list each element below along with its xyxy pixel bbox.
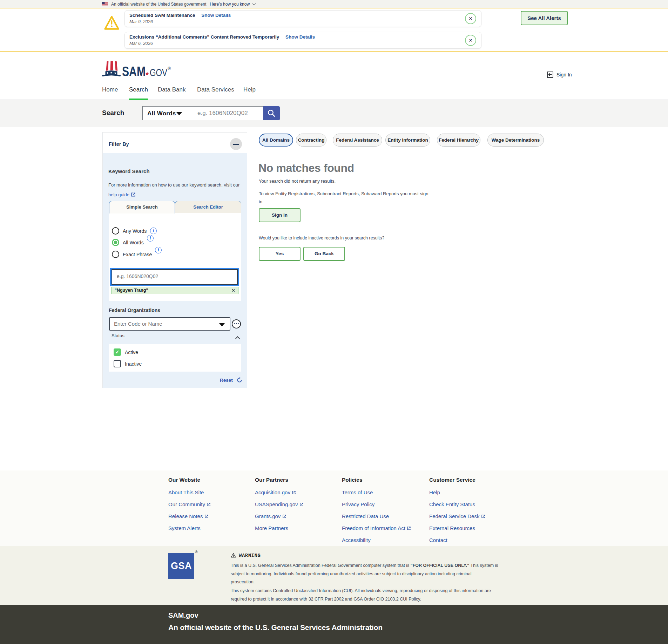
svg-text:®: ® [168, 66, 171, 71]
svg-text:SAM: SAM [122, 64, 146, 78]
svg-text:GOV: GOV [150, 67, 168, 78]
